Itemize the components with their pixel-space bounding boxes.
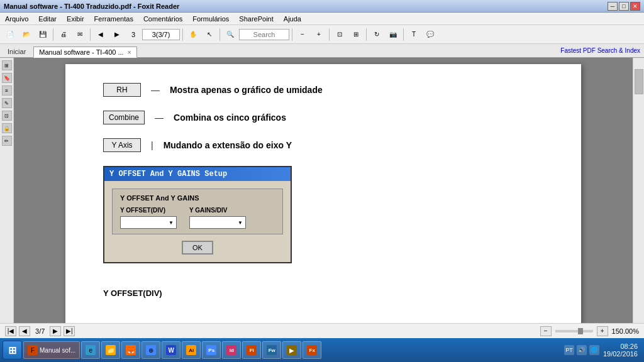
start-button[interactable]: ⊞ — [3, 341, 22, 359]
offset-arrow: ▼ — [169, 220, 174, 226]
taskbar-app-firefox[interactable]: 🦊 — [121, 341, 140, 359]
first-page-btn[interactable]: |◀ — [5, 326, 16, 336]
content-area: RH — Mostra apenas o gráfico de umidade … — [14, 58, 633, 338]
gains-select[interactable]: ▼ — [189, 216, 246, 229]
restore-button[interactable]: □ — [619, 2, 629, 11]
lang-label: PT — [565, 347, 573, 353]
menu-arquivo[interactable]: Arquivo — [3, 14, 31, 24]
sidebar-icon-4[interactable]: ✎ — [2, 98, 12, 108]
sep5 — [292, 28, 292, 41]
rh-button[interactable]: RH — [103, 83, 141, 97]
tray-network[interactable]: 🌐 — [589, 345, 599, 355]
taskbar-app-foxit[interactable]: F Manual sof... — [23, 341, 80, 359]
rh-description: Mostra apenas o gráfico de umidade — [170, 85, 323, 95]
page-input[interactable] — [142, 29, 180, 40]
sep6 — [329, 28, 330, 41]
next-page-btn[interactable]: ▶ — [109, 28, 125, 41]
speech-btn[interactable]: 💬 — [423, 28, 438, 41]
sidebar-icon-6[interactable]: 🔒 — [2, 123, 12, 133]
menu-ajuda[interactable]: Ajuda — [281, 14, 304, 24]
close-button[interactable]: ✕ — [630, 2, 640, 11]
menu-bar: Arquivo Editar Exibir Ferramentas Coment… — [0, 13, 644, 25]
window-controls: ─ □ ✕ — [608, 2, 640, 11]
next-page-nav-btn[interactable]: ▶ — [50, 326, 61, 336]
snapshot-btn[interactable]: 📷 — [386, 28, 401, 41]
minimize-button[interactable]: ─ — [608, 2, 618, 11]
combine-button[interactable]: Combine — [103, 111, 145, 124]
tab-active[interactable]: Manual software - TI-400 ... × — [33, 47, 136, 58]
menu-comentarios[interactable]: Comentários — [141, 14, 185, 24]
taskbar-app-fl[interactable]: Fl — [242, 341, 261, 359]
total-pages: 7 — [41, 327, 45, 335]
annot-btn[interactable]: T — [406, 28, 421, 41]
sidebar-icon-3[interactable]: ≡ — [2, 85, 12, 96]
zoom-out-btn[interactable]: − — [295, 28, 310, 41]
menu-sharepoint[interactable]: SharePoint — [236, 14, 275, 24]
print-btn[interactable]: 🖨 — [56, 28, 71, 41]
fit-width-btn[interactable]: ⊞ — [348, 28, 364, 41]
tab-home[interactable]: Iniciar — [3, 46, 31, 57]
system-tray: PT 🔊 🌐 — [564, 345, 599, 355]
zoom-in-btn[interactable]: + — [311, 28, 326, 41]
yaxis-button[interactable]: Y Axis — [103, 138, 141, 152]
offset-select[interactable]: ▼ — [120, 216, 177, 229]
taskbar-fox-icon: Fx — [307, 345, 317, 355]
ok-button[interactable]: OK — [182, 241, 213, 255]
gains-arrow: ▼ — [238, 220, 243, 226]
save-btn[interactable]: 💾 — [35, 28, 50, 41]
taskbar-app-folder[interactable]: 📁 — [101, 341, 120, 359]
rh-section: RH — Mostra apenas o gráfico de umidade — [103, 83, 543, 97]
menu-editar[interactable]: Editar — [36, 14, 59, 24]
status-bar: |◀ ◀ 3/7 ▶ ▶| − + 150.00% — [0, 323, 644, 338]
dialog-body: Y OFFSET And Y GAINS Y OFFSET(DIV) ▼ Y — [104, 181, 291, 262]
yaxis-description: Mudando a extensão do eixo Y — [164, 140, 292, 150]
taskbar-app-fox[interactable]: Fx — [303, 341, 321, 359]
taskbar-firefox-icon: 🦊 — [126, 345, 136, 355]
zoom-in-status-btn[interactable]: + — [597, 326, 608, 336]
rotate-btn[interactable]: ↻ — [369, 28, 384, 41]
select-tool[interactable]: ↖ — [202, 28, 217, 41]
taskbar-app-media[interactable]: ▶ — [282, 341, 301, 359]
sidebar-icon-5[interactable]: ⊡ — [2, 111, 12, 121]
taskbar-app-fw[interactable]: Fw — [262, 341, 281, 359]
sidebar-icon-2[interactable]: 🔖 — [2, 73, 12, 83]
taskbar-app-id[interactable]: Id — [222, 341, 241, 359]
tray-sound[interactable]: 🔊 — [577, 345, 587, 355]
menu-ferramentas[interactable]: Ferramentas — [92, 14, 136, 24]
taskbar-app-chrome[interactable]: ⊕ — [142, 341, 160, 359]
num1: 3 — [126, 28, 141, 41]
taskbar-app-ai[interactable]: Ai — [182, 341, 201, 359]
taskbar-app-word[interactable]: W — [162, 341, 180, 359]
taskbar-word-icon: W — [166, 345, 176, 355]
zoom-out-status-btn[interactable]: − — [540, 326, 552, 336]
search-input[interactable] — [239, 29, 289, 40]
sidebar-icon-7[interactable]: ✏ — [2, 136, 12, 146]
open-btn[interactable]: 📂 — [19, 28, 34, 41]
tab-close-btn[interactable]: × — [128, 49, 131, 56]
prev-page-btn[interactable]: ◀ — [93, 28, 108, 41]
taskbar-ie-icon: e — [86, 345, 96, 355]
taskbar-fl-icon: Fl — [247, 345, 257, 355]
prev-page-btn[interactable]: ◀ — [19, 326, 30, 336]
main-layout: ⊞ 🔖 ≡ ✎ ⊡ 🔒 ✏ RH — Mostra apenas o gráfi… — [0, 58, 644, 338]
search-btn[interactable]: 🔍 — [223, 28, 238, 41]
dialog-ok-area: OK — [112, 241, 283, 255]
fit-page-btn[interactable]: ⊡ — [332, 28, 347, 41]
taskbar-app-ie[interactable]: e — [81, 341, 100, 359]
new-btn[interactable]: 📄 — [3, 28, 18, 41]
hand-tool[interactable]: ✋ — [186, 28, 201, 41]
right-sidebar[interactable] — [633, 58, 644, 338]
sidebar-icon-1[interactable]: ⊞ — [2, 60, 12, 70]
taskbar-chrome-icon: ⊕ — [146, 345, 156, 355]
menu-exibir[interactable]: Exibir — [64, 14, 87, 24]
email-btn[interactable]: ✉ — [72, 28, 87, 41]
menu-formularios[interactable]: Formulários — [190, 14, 231, 24]
taskbar: ⊞ F Manual sof... e 📁 🦊 ⊕ W Ai Ps Id Fl … — [0, 338, 644, 362]
last-page-btn[interactable]: ▶| — [64, 326, 75, 336]
scrollbar-thumb[interactable] — [635, 69, 643, 94]
field-offset-label: Y OFFSET(DIV) — [120, 207, 177, 214]
zoom-slider[interactable] — [555, 330, 593, 332]
fastest-pdf-link[interactable]: Fastest PDF Search & Index — [557, 46, 644, 55]
tray-lang[interactable]: PT — [564, 345, 574, 355]
taskbar-app-ps[interactable]: Ps — [202, 341, 221, 359]
